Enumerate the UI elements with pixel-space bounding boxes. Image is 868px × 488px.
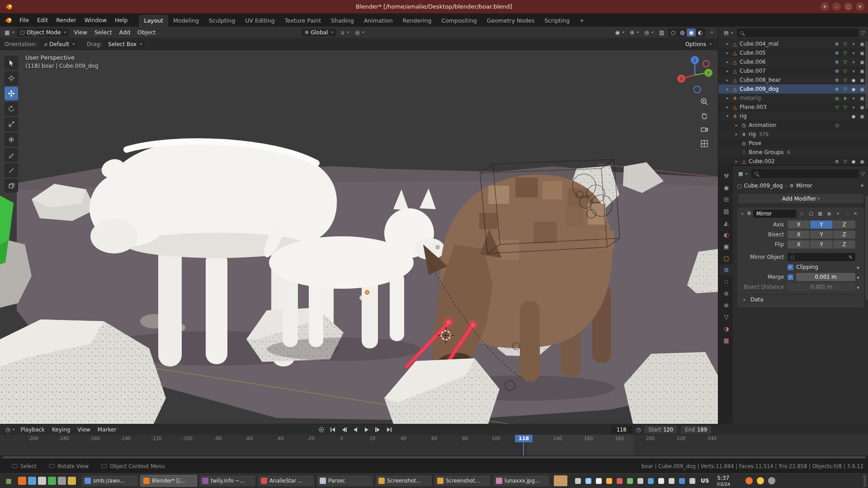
tray-icon[interactable] bbox=[627, 478, 633, 484]
workspace-tab[interactable]: Rendering bbox=[398, 15, 437, 27]
hide-render-toggle[interactable] bbox=[859, 96, 866, 101]
expander-icon[interactable]: ▸ bbox=[725, 105, 730, 109]
outliner-row[interactable]: ▸ Cube.008_bear bbox=[718, 75, 868, 84]
expander-icon[interactable]: ▾ bbox=[725, 114, 730, 118]
properties-tab[interactable] bbox=[720, 288, 733, 299]
data-subpanel[interactable]: ▸ Data bbox=[737, 294, 864, 304]
realtime-toggle[interactable]: ▥ bbox=[816, 211, 824, 216]
prev-keyframe-button[interactable] bbox=[339, 426, 349, 434]
outliner-scrollbar[interactable] bbox=[866, 41, 868, 109]
hide-viewport-toggle[interactable] bbox=[850, 105, 857, 110]
expander-icon[interactable]: ▸ bbox=[734, 159, 739, 164]
workspace-tab[interactable]: Shading bbox=[326, 15, 359, 27]
properties-tab[interactable] bbox=[720, 335, 733, 346]
hide-viewport-toggle[interactable] bbox=[850, 42, 857, 47]
proportional-edit-toggle[interactable]: ◎▾ bbox=[353, 28, 366, 37]
workspace-tab[interactable]: Compositing bbox=[436, 15, 481, 27]
tool-annotate[interactable] bbox=[5, 148, 18, 162]
editor-type-button[interactable]: ▦▾ bbox=[3, 28, 15, 37]
hide-viewport-toggle[interactable] bbox=[850, 159, 857, 164]
timeline-menu-item[interactable]: Keying bbox=[48, 425, 74, 434]
hide-render-toggle[interactable] bbox=[859, 78, 866, 83]
color-swatch-thumbnail[interactable] bbox=[554, 475, 567, 486]
tool-transform[interactable] bbox=[5, 133, 18, 146]
outliner-row[interactable]: ▸ Cube.006 bbox=[718, 57, 868, 66]
merge-checkbox[interactable] bbox=[788, 274, 793, 280]
timeline-scrollbar[interactable] bbox=[0, 455, 868, 459]
keyboard-layout[interactable]: US bbox=[701, 478, 709, 484]
outliner-row[interactable]: ▸ Cube.004_mal bbox=[718, 39, 868, 48]
shading-rendered[interactable]: ◐ bbox=[696, 28, 705, 37]
titlebar[interactable]: Blender* [/home/amalie/Desktop/blender/b… bbox=[0, 0, 868, 14]
properties-tab[interactable] bbox=[720, 217, 733, 228]
properties-tab[interactable] bbox=[720, 194, 733, 205]
jump-to-end-button[interactable] bbox=[384, 426, 394, 434]
hide-viewport-toggle[interactable] bbox=[850, 69, 857, 74]
outliner-editor-icon[interactable]: ▤▾ bbox=[722, 29, 734, 37]
bisect-toggle[interactable]: X bbox=[788, 230, 810, 239]
eyedropper-icon[interactable]: ✎ bbox=[849, 254, 853, 260]
timeline-editor-icon[interactable]: ◷▾ bbox=[4, 426, 16, 434]
expander-icon[interactable]: ▸ bbox=[725, 78, 730, 82]
animate-dot[interactable]: ● bbox=[855, 286, 861, 289]
options-dropdown[interactable]: Options▾ bbox=[682, 40, 714, 48]
taskbar-window-button[interactable]: Blender* [/... bbox=[140, 475, 197, 487]
filter-icon[interactable]: ▽ bbox=[861, 30, 865, 36]
hide-render-toggle[interactable] bbox=[859, 51, 866, 56]
viewport-3d[interactable]: User Perspective (118) boar | Cube.009_d… bbox=[0, 50, 718, 424]
frame-start-field[interactable]: Start 120 bbox=[644, 426, 677, 434]
shading-solid[interactable]: ◍ bbox=[678, 28, 687, 37]
tool-scale[interactable] bbox=[5, 117, 18, 131]
axis-toggle[interactable]: Z bbox=[833, 221, 855, 229]
auto-keying-toggle[interactable] bbox=[316, 426, 326, 434]
tool-cursor[interactable] bbox=[5, 71, 18, 85]
tray-icon[interactable] bbox=[617, 478, 623, 484]
properties-tab[interactable] bbox=[720, 182, 733, 193]
jump-to-start-button[interactable] bbox=[328, 426, 337, 434]
tool-add-cube[interactable] bbox=[5, 179, 18, 192]
orientation-dropdown[interactable]: ⊕ Global▾ bbox=[302, 28, 336, 37]
hide-viewport-toggle[interactable] bbox=[850, 114, 857, 119]
drag-mode-dropdown[interactable]: Select Box▾ bbox=[105, 40, 145, 48]
edit-mode-toggle[interactable]: ▢ bbox=[807, 211, 815, 216]
hide-render-toggle[interactable] bbox=[859, 42, 866, 47]
axis-toggle[interactable]: X bbox=[788, 221, 810, 229]
launcher-icon[interactable] bbox=[68, 477, 76, 485]
menu-item[interactable]: Window bbox=[80, 15, 111, 25]
tray-icon[interactable] bbox=[648, 478, 654, 484]
timeline-menu-item[interactable]: View bbox=[74, 425, 94, 434]
properties-tab[interactable] bbox=[720, 300, 733, 310]
extras-dropdown-icon[interactable]: ▾ bbox=[835, 211, 842, 216]
tray-icon[interactable] bbox=[689, 478, 695, 484]
shading-material[interactable]: ◉ bbox=[687, 28, 696, 37]
tray-icon[interactable] bbox=[596, 478, 602, 484]
tool-rotate[interactable] bbox=[5, 102, 18, 116]
menu-item[interactable]: Render bbox=[52, 15, 80, 25]
maximize-button[interactable]: ▢ bbox=[844, 2, 853, 11]
on-cage-toggle[interactable]: ◇ bbox=[798, 211, 806, 216]
navigation-gizmo[interactable]: Z Y X bbox=[675, 55, 715, 95]
blender-app-icon[interactable] bbox=[4, 17, 13, 24]
properties-tab[interactable] bbox=[720, 229, 733, 240]
launcher-icon[interactable] bbox=[38, 477, 46, 485]
workspace-tab[interactable]: Scripting bbox=[539, 15, 575, 27]
properties-tab[interactable] bbox=[720, 170, 733, 181]
tray-icon[interactable] bbox=[658, 478, 664, 484]
expander-icon[interactable]: ▸ bbox=[725, 60, 730, 64]
viewport-menu-item[interactable]: Object bbox=[134, 28, 160, 37]
hide-viewport-toggle[interactable] bbox=[850, 51, 857, 56]
remove-modifier-icon[interactable]: ✕ bbox=[854, 211, 857, 216]
play-reverse-button[interactable] bbox=[350, 426, 360, 434]
pan-hand-icon[interactable] bbox=[700, 111, 709, 120]
menu-item[interactable]: Help bbox=[111, 15, 132, 25]
tray-icon[interactable] bbox=[679, 478, 685, 484]
xray-toggle[interactable]: ▥ bbox=[657, 28, 666, 37]
outliner-row[interactable]: ▸ metarig bbox=[718, 94, 868, 103]
workspace-tab[interactable]: + bbox=[575, 15, 589, 27]
launcher-icon[interactable] bbox=[48, 477, 56, 485]
zoom-icon[interactable] bbox=[700, 97, 709, 106]
breadcrumb-object[interactable]: Cube.009_dog bbox=[744, 183, 783, 189]
subpanel-expander-icon[interactable]: ▸ bbox=[742, 297, 747, 302]
animate-dot[interactable]: ● bbox=[855, 276, 861, 279]
properties-tab[interactable] bbox=[720, 276, 733, 287]
